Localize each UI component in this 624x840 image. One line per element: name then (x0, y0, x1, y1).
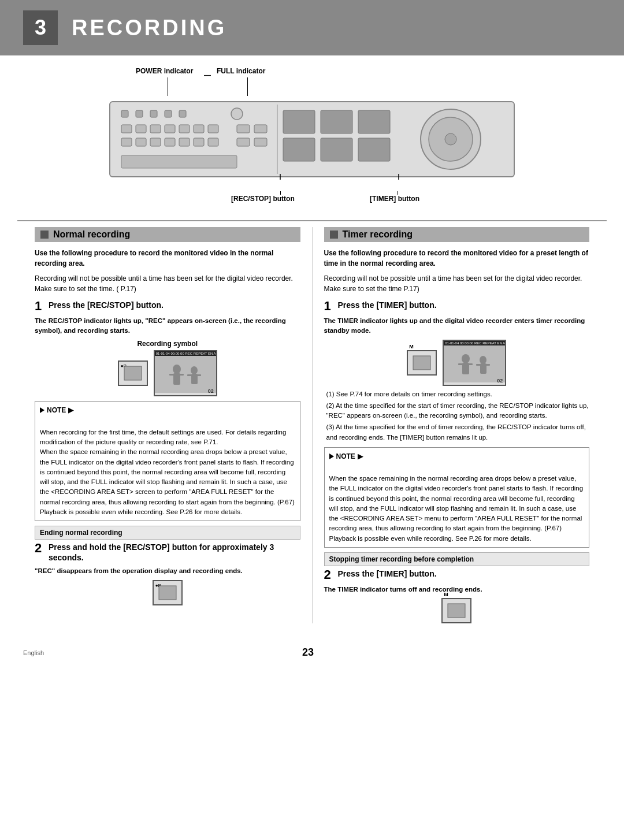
svg-rect-13 (208, 125, 218, 133)
note-text: When recording for the first time, the d… (40, 418, 295, 518)
timer-note-dash: ▶ (358, 451, 363, 462)
line-rec-bottom (280, 191, 281, 195)
timer-screen-svg2 (447, 603, 466, 619)
svg-rect-53 (458, 363, 463, 365)
timer-step1: 1 Press the [TIMER] button. (324, 300, 590, 313)
svg-rect-50 (445, 347, 503, 381)
note-label: NOTE (47, 405, 66, 415)
svg-point-44 (191, 366, 198, 374)
svg-rect-59 (448, 604, 465, 618)
svg-rect-15 (136, 138, 146, 146)
normal-recording-header: Normal recording (35, 227, 300, 242)
timer-step2-text: Press the [TIMER] button. (338, 568, 437, 579)
svg-rect-57 (476, 364, 481, 366)
svg-rect-17 (165, 138, 175, 146)
timer-recording-header: Timer recording (324, 227, 590, 242)
timer-step2-num: 2 (324, 568, 335, 581)
dot-indicator: ●P (121, 363, 127, 369)
step2-screen: ●P (35, 580, 300, 605)
timer-screen-pair: M 01-01-04 00:00:00 REC REPEAT EN A ALAR… (324, 340, 590, 386)
recording-symbol-label: Recording symbol (35, 340, 300, 348)
timer-recording-title: Timer recording (343, 229, 413, 240)
svg-point-40 (173, 365, 181, 374)
svg-rect-19 (194, 138, 204, 146)
svg-rect-20 (208, 138, 218, 146)
page-footer: English 23 (0, 641, 624, 664)
line-timer-bottom (398, 191, 398, 195)
normal-note-box: NOTE ▶ When recording for the first time… (35, 401, 300, 522)
page-header: 3 RECORDING (0, 0, 624, 55)
section-icon-right (330, 231, 338, 239)
main-content: Normal recording Use the following proce… (17, 220, 607, 629)
svg-rect-22 (254, 125, 267, 133)
timer-monitor-content (444, 345, 505, 382)
m-label-left: M (409, 344, 414, 350)
normal-intro1: Use the following procedure to record th… (35, 248, 300, 269)
svg-rect-28 (358, 110, 390, 133)
label-rec-button: [REC/STOP] button (231, 195, 295, 203)
monitor-content (155, 356, 216, 393)
label-timer-button: [TIMER] button (370, 195, 419, 203)
timer-small-screen-left: M (407, 350, 437, 376)
timer-monitor-bar: 01-01-04 00:00:00 REC REPEAT EN A ALARM … (444, 341, 505, 345)
small-screen-left: ●P (118, 360, 148, 386)
timer-intro2: Recording will not be possible until a t… (324, 273, 590, 294)
svg-rect-21 (237, 125, 250, 133)
svg-point-34 (445, 133, 456, 145)
svg-point-51 (462, 354, 470, 363)
timer-monitor-screen: 01-01-04 00:00:00 REC REPEAT EN A ALARM … (443, 340, 506, 386)
timer-recording-section: Timer recording Use the following proced… (313, 227, 590, 623)
timer-note-text: When the space remaining in the normal r… (329, 464, 585, 544)
svg-rect-9 (150, 125, 161, 133)
step2-sub: "REC" disappears from the operation disp… (35, 566, 300, 576)
svg-rect-3 (150, 110, 157, 117)
page-number: 23 (302, 646, 314, 659)
note-triangle-icon (40, 407, 44, 413)
svg-rect-31 (358, 138, 390, 161)
recording-symbol-area: Recording symbol ●P 01-01-04 00:00:00 RE… (35, 340, 300, 396)
screen-row: ●P 01-01-04 00:00:00 REC REPEAT EN A ALA… (35, 350, 300, 396)
svg-rect-18 (179, 138, 190, 146)
label-full-indicator: FULL indicator (217, 67, 265, 75)
normal-step2: 2 Press and hold the [REC/STOP] button f… (35, 542, 300, 563)
timer-step1-sub: The TIMER indicator lights up and the di… (324, 316, 590, 336)
monitor-screen: 01-01-04 00:00:00 REC REPEAT EN A ALARM … (154, 350, 217, 396)
timer-step1-text: Press the [TIMER] button. (338, 300, 437, 310)
svg-rect-7 (121, 125, 132, 133)
numbered-item-3: (3) At the time specified for the end of… (326, 422, 590, 443)
svg-rect-38 (124, 366, 142, 380)
page-title: RECORDING (72, 16, 226, 40)
timer-note-header: NOTE ▶ (329, 451, 585, 462)
step2-text: Press and hold the [REC/STOP] button for… (49, 542, 300, 563)
m-label-step2: M (444, 592, 448, 597)
timer-step2-screen: M (324, 598, 590, 623)
timer-step2-sub: The TIMER indicator turns off and record… (324, 585, 590, 594)
timer-step1-num: 1 (324, 300, 335, 313)
svg-rect-49 (413, 356, 430, 370)
svg-rect-4 (165, 110, 172, 117)
svg-rect-10 (165, 125, 175, 133)
normal-recording-title: Normal recording (53, 229, 130, 240)
svg-rect-5 (179, 110, 186, 117)
svg-rect-14 (121, 138, 132, 146)
page-language: English (23, 649, 44, 656)
timer-note-triangle-icon (329, 454, 334, 459)
timer-intro1: Use the following procedure to record th… (324, 248, 590, 269)
svg-rect-58 (485, 364, 490, 366)
svg-rect-37 (121, 155, 237, 168)
line-power (168, 77, 168, 96)
svg-rect-11 (179, 125, 190, 133)
numbered-item-2: (2) At the time specified for the start … (326, 401, 590, 421)
chapter-number: 3 (23, 10, 58, 45)
monitor-number: 02 (208, 388, 214, 394)
svg-rect-46 (187, 374, 192, 376)
device-diagram (104, 99, 520, 191)
svg-rect-47 (196, 374, 201, 376)
svg-rect-26 (283, 110, 315, 133)
small-screen-step2: ●P (153, 580, 183, 605)
svg-rect-29 (283, 138, 315, 161)
svg-rect-30 (321, 138, 352, 161)
monitor-bar: 01-01-04 00:00:00 REC REPEAT EN A ALARM … (155, 351, 216, 356)
svg-rect-27 (321, 110, 352, 133)
step1-number: 1 (35, 300, 45, 313)
